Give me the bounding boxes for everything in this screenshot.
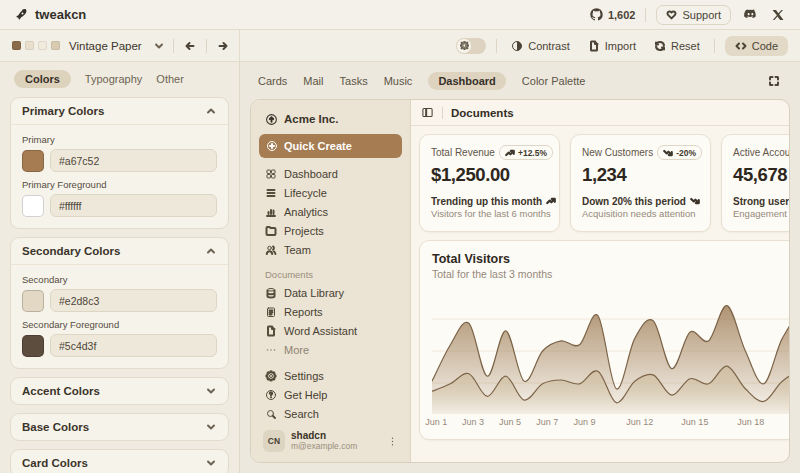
color-swatch[interactable]	[22, 195, 44, 217]
theme-picker[interactable]: Vintage Paper	[12, 40, 165, 52]
sidebar-item-dashboard[interactable]: Dashboard	[259, 164, 402, 183]
file-text-icon	[265, 325, 277, 337]
tab-other[interactable]: Other	[156, 70, 184, 88]
avatar: CN	[263, 430, 285, 452]
sidebar-item-data-library[interactable]: Data Library	[259, 283, 402, 302]
section-title: Secondary Colors	[22, 245, 120, 257]
sidebar-item-projects[interactable]: Projects	[259, 221, 402, 240]
brand[interactable]: tweakcn	[14, 7, 86, 22]
color-value-input[interactable]	[50, 194, 217, 217]
sidebar-item-team[interactable]: Team	[259, 240, 402, 259]
theme-swatch-3	[38, 41, 47, 50]
sidebar-item-label: Word Assistant	[284, 325, 357, 337]
color-swatch[interactable]	[22, 150, 44, 172]
support-button[interactable]: Support	[656, 5, 731, 25]
user-menu[interactable]: CN shadcn m@example.com	[259, 428, 402, 454]
section-title: Card Colors	[22, 457, 88, 469]
sidebar-item-analytics[interactable]: Analytics	[259, 202, 402, 221]
section-header[interactable]: Base Colors	[11, 414, 228, 440]
preview-tab-tasks[interactable]: Tasks	[340, 72, 368, 90]
preview-area: Cards Mail Tasks Music Dashboard Color P…	[240, 62, 800, 473]
trending-down-icon	[690, 196, 700, 206]
help-circle-icon	[265, 389, 277, 401]
folder-icon	[265, 225, 277, 237]
arrow-left-icon	[184, 40, 196, 52]
github-stars-link[interactable]: 1,602	[590, 8, 636, 21]
stat-card-total-revenue: Total Revenue +12.5% $1,250.00 T	[419, 134, 560, 232]
section-header[interactable]: Accent Colors	[11, 378, 228, 404]
sidebar-item-settings[interactable]: Settings	[259, 366, 402, 385]
sidebar-item-label: Search	[284, 408, 319, 420]
fullscreen-button[interactable]	[766, 73, 782, 89]
acme-logo-icon	[265, 113, 278, 126]
sidebar-item-label: Get Help	[284, 389, 327, 401]
color-value-input[interactable]	[50, 334, 217, 357]
preview-tab-color-palette[interactable]: Color Palette	[522, 72, 586, 90]
x-tick-label: Jun 5	[499, 417, 521, 427]
light-dark-toggle[interactable]	[456, 38, 486, 54]
sidebar-item-label: Projects	[284, 225, 324, 237]
heart-icon	[666, 9, 677, 20]
theme-swatch-2	[25, 41, 34, 50]
sidebar-item-more[interactable]: More	[259, 340, 402, 359]
panel-left-icon[interactable]	[421, 106, 434, 119]
import-button[interactable]: Import	[584, 37, 640, 55]
section-header[interactable]: Primary Colors	[11, 98, 228, 124]
brand-logo-icon	[14, 8, 28, 22]
toolbar: Vintage Paper	[0, 30, 800, 62]
reset-button[interactable]: Reset	[650, 37, 704, 55]
visitors-chart-svg	[432, 288, 789, 414]
sidebar-footer: Settings Get Help Search CN	[259, 366, 402, 454]
x-twitter-button[interactable]	[770, 7, 786, 23]
preview-tab-music[interactable]: Music	[384, 72, 413, 90]
next-theme-button[interactable]	[215, 38, 231, 54]
color-swatch[interactable]	[22, 335, 44, 357]
quick-create-button[interactable]: Quick Create	[259, 134, 402, 158]
stat-footline: Down 20% this period	[582, 195, 699, 209]
dashboard-preview: Acme Inc. Quick Create Dashboard	[250, 99, 790, 463]
reset-label: Reset	[671, 40, 700, 52]
contrast-button[interactable]: Contrast	[507, 37, 574, 55]
sidebar-item-label: Data Library	[284, 287, 344, 299]
tab-colors[interactable]: Colors	[14, 70, 71, 88]
section-body: Secondary Secondary Foreground	[11, 264, 228, 368]
sidebar-item-get-help[interactable]: Get Help	[259, 385, 402, 404]
users-icon	[265, 244, 277, 256]
stat-subline: Visitors for the last 6 months	[431, 208, 548, 221]
x-tick-label: Jun 18	[737, 417, 764, 427]
discord-button[interactable]	[741, 5, 760, 24]
stat-title: Total Revenue	[431, 145, 495, 158]
section-header[interactable]: Secondary Colors	[11, 238, 228, 264]
code-icon	[735, 40, 747, 52]
chart-x-axis: Jun 1Jun 3Jun 5Jun 7Jun 9Jun 12Jun 15Jun…	[432, 417, 789, 430]
sidebar-item-word-assistant[interactable]: Word Assistant	[259, 321, 402, 340]
color-swatch[interactable]	[22, 290, 44, 312]
preview-tab-mail[interactable]: Mail	[303, 72, 323, 90]
maximize-icon	[768, 75, 780, 87]
tab-typography[interactable]: Typography	[85, 70, 142, 88]
stat-card-active-accounts: Active Accounts +12.5% 45,678 St	[721, 134, 789, 232]
field-label: Primary	[22, 134, 217, 145]
contrast-icon	[511, 40, 523, 52]
sidebar-item-reports[interactable]: Reports	[259, 302, 402, 321]
stat-value: $1,250.00	[431, 164, 548, 186]
documents-nav: Data Library Reports Word Assistant	[259, 283, 402, 359]
chevron-up-icon	[205, 105, 217, 117]
stat-subline: Acquisition needs attention	[582, 208, 699, 221]
sidebar-item-search[interactable]: Search	[259, 404, 402, 423]
theme-name: Vintage Paper	[69, 40, 149, 52]
acme-brand[interactable]: Acme Inc.	[259, 108, 402, 130]
visitors-area-chart	[432, 288, 789, 414]
prev-theme-button[interactable]	[182, 38, 198, 54]
section-primary-colors: Primary Colors Primary Primary Foregroun…	[10, 97, 229, 229]
preview-tab-cards[interactable]: Cards	[258, 72, 287, 90]
sidebar-item-lifecycle[interactable]: Lifecycle	[259, 183, 402, 202]
main-area: Colors Typography Other Primary Colors P…	[0, 62, 800, 473]
stat-value: 45,678	[733, 164, 789, 186]
preview-tab-dashboard[interactable]: Dashboard	[428, 72, 505, 90]
section-header[interactable]: Card Colors	[11, 450, 228, 473]
toolbar-actions: Contrast Import Reset Code	[240, 30, 800, 61]
code-button[interactable]: Code	[725, 36, 788, 56]
color-value-input[interactable]	[50, 289, 217, 312]
color-value-input[interactable]	[50, 149, 217, 172]
